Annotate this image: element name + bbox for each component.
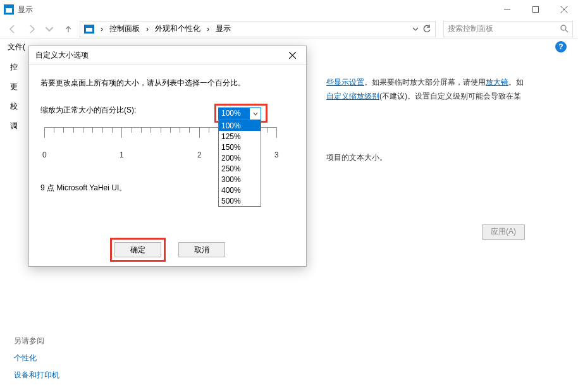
ok-button[interactable]: 确定: [114, 242, 161, 257]
personalization-link[interactable]: 个性化: [14, 353, 59, 364]
sidebar-item[interactable]: 更: [10, 82, 23, 92]
maximize-button[interactable]: [521, 0, 550, 19]
see-also-label: 另请参阅: [14, 336, 59, 346]
navigation-bar: › 控制面板 › 外观和个性化 › 显示 搜索控制面板: [0, 19, 578, 39]
scale-combobox[interactable]: 100%: [218, 107, 261, 120]
display-settings-link[interactable]: 些显示设置: [326, 78, 364, 87]
search-input[interactable]: 搜索控制面板: [443, 21, 573, 37]
nav-back-button[interactable]: [5, 21, 20, 37]
option[interactable]: 300%: [219, 174, 261, 185]
svg-point-4: [561, 25, 566, 30]
address-breadcrumb[interactable]: › 控制面板 › 外观和个性化 › 显示: [80, 21, 436, 37]
left-sidebar: 控 更 校 调: [10, 54, 23, 132]
refresh-icon[interactable]: [422, 25, 431, 34]
minimize-button[interactable]: [493, 0, 521, 19]
chevron-down-icon[interactable]: [412, 26, 419, 32]
sidebar-item[interactable]: 调: [10, 121, 23, 132]
magnifier-link[interactable]: 放大镜: [486, 78, 508, 87]
option[interactable]: 100%: [219, 120, 261, 131]
display-icon: [4, 4, 14, 15]
breadcrumb-item[interactable]: 外观和个性化: [155, 23, 200, 34]
selected-value: 100%: [219, 108, 249, 119]
scale-label: 缩放为正常大小的百分比(S):: [40, 105, 136, 116]
breadcrumb-item[interactable]: 显示: [216, 23, 231, 34]
option[interactable]: 400%: [219, 185, 261, 195]
window-titlebar: 显示: [0, 0, 578, 19]
search-placeholder: 搜索控制面板: [448, 23, 493, 34]
only-change-text: 项目的文本大小。: [326, 153, 387, 162]
svg-rect-1: [532, 7, 538, 13]
devices-printers-link[interactable]: 设备和打印机: [14, 370, 59, 381]
sidebar-item[interactable]: 校: [10, 101, 23, 112]
chevron-down-icon[interactable]: [249, 108, 261, 119]
option[interactable]: 250%: [219, 163, 261, 174]
dialog-titlebar: 自定义大小选项: [29, 46, 306, 65]
nav-history-button[interactable]: [42, 21, 57, 37]
ok-highlight-box: 确定: [110, 238, 166, 262]
dialog-close-button[interactable]: [285, 48, 300, 63]
nav-forward-button[interactable]: [24, 21, 39, 37]
option[interactable]: 150%: [219, 142, 261, 152]
window-title: 显示: [18, 4, 33, 15]
dialog-title: 自定义大小选项: [35, 50, 89, 61]
see-also-section: 另请参阅 个性化 设备和打印机: [14, 336, 59, 381]
window-close-button[interactable]: [550, 0, 578, 19]
option[interactable]: 500%: [219, 195, 261, 206]
dialog-description: 若要更改桌面上所有项的大小，请从列表中选择一个百分比。: [40, 78, 295, 89]
sidebar-item[interactable]: 控: [10, 62, 23, 73]
option[interactable]: 125%: [219, 131, 261, 142]
scale-dropdown-list[interactable]: 100% 125% 150% 200% 250% 300% 400% 500%: [218, 119, 261, 207]
help-icon[interactable]: ?: [555, 41, 567, 52]
control-panel-icon: [84, 25, 94, 34]
option[interactable]: 200%: [219, 152, 261, 163]
custom-size-dialog: 自定义大小选项 若要更改桌面上所有项的大小，请从列表中选择一个百分比。 缩放为正…: [28, 46, 307, 267]
apply-button[interactable]: 应用(A): [482, 224, 525, 240]
search-icon: [560, 25, 569, 33]
svg-line-5: [565, 30, 568, 32]
cancel-button[interactable]: 取消: [178, 242, 225, 257]
breadcrumb-item[interactable]: 控制面板: [109, 23, 140, 34]
nav-up-button[interactable]: [61, 21, 76, 37]
custom-scale-link[interactable]: 自定义缩放级别: [326, 92, 379, 101]
menu-file[interactable]: 文件(: [8, 42, 25, 52]
